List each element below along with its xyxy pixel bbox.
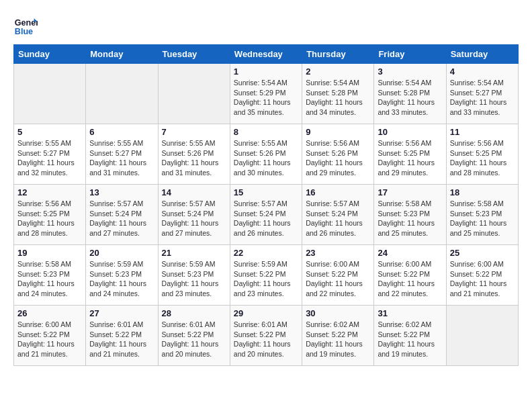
logo: General Blue bbox=[13, 13, 38, 38]
day-info: Sunrise: 6:00 AM Sunset: 5:22 PM Dayligh… bbox=[378, 259, 442, 299]
day-cell: 13Sunrise: 5:57 AM Sunset: 5:24 PM Dayli… bbox=[86, 185, 158, 245]
day-info: Sunrise: 5:55 AM Sunset: 5:27 PM Dayligh… bbox=[17, 138, 82, 178]
day-info: Sunrise: 6:02 AM Sunset: 5:22 PM Dayligh… bbox=[378, 320, 442, 359]
day-info: Sunrise: 6:01 AM Sunset: 5:22 PM Dayligh… bbox=[234, 320, 298, 359]
day-number: 25 bbox=[450, 248, 515, 258]
day-cell: 1Sunrise: 5:54 AM Sunset: 5:29 PM Daylig… bbox=[230, 64, 302, 124]
day-number: 9 bbox=[306, 127, 370, 137]
day-cell: 12Sunrise: 5:56 AM Sunset: 5:25 PM Dayli… bbox=[14, 185, 86, 245]
day-cell: 6Sunrise: 5:55 AM Sunset: 5:27 PM Daylig… bbox=[86, 124, 158, 185]
calendar-table: SundayMondayTuesdayWednesdayThursdayFrid… bbox=[13, 44, 519, 366]
day-number: 26 bbox=[17, 308, 82, 318]
day-info: Sunrise: 5:59 AM Sunset: 5:23 PM Dayligh… bbox=[89, 259, 154, 299]
day-cell: 2Sunrise: 5:54 AM Sunset: 5:28 PM Daylig… bbox=[302, 64, 374, 124]
day-number: 1 bbox=[234, 66, 298, 77]
day-info: Sunrise: 5:54 AM Sunset: 5:29 PM Dayligh… bbox=[234, 78, 298, 118]
day-info: Sunrise: 5:55 AM Sunset: 5:27 PM Dayligh… bbox=[89, 138, 154, 178]
day-number: 18 bbox=[450, 187, 515, 197]
day-info: Sunrise: 6:01 AM Sunset: 5:22 PM Dayligh… bbox=[162, 320, 226, 359]
day-cell: 26Sunrise: 6:00 AM Sunset: 5:22 PM Dayli… bbox=[14, 306, 86, 366]
day-cell: 16Sunrise: 5:57 AM Sunset: 5:24 PM Dayli… bbox=[302, 185, 374, 245]
day-cell: 20Sunrise: 5:59 AM Sunset: 5:23 PM Dayli… bbox=[86, 245, 158, 306]
day-info: Sunrise: 5:57 AM Sunset: 5:24 PM Dayligh… bbox=[89, 199, 154, 238]
day-number: 22 bbox=[234, 248, 298, 258]
day-number: 30 bbox=[306, 308, 370, 318]
day-number: 4 bbox=[450, 66, 515, 77]
week-row-5: 26Sunrise: 6:00 AM Sunset: 5:22 PM Dayli… bbox=[14, 306, 519, 366]
day-number: 11 bbox=[450, 127, 515, 137]
header-saturday: Saturday bbox=[446, 45, 518, 64]
day-cell: 15Sunrise: 5:57 AM Sunset: 5:24 PM Dayli… bbox=[230, 185, 302, 245]
day-cell: 18Sunrise: 5:58 AM Sunset: 5:23 PM Dayli… bbox=[446, 185, 518, 245]
day-cell: 22Sunrise: 5:59 AM Sunset: 5:22 PM Dayli… bbox=[230, 245, 302, 306]
day-number: 7 bbox=[162, 127, 226, 137]
day-number: 12 bbox=[17, 187, 82, 197]
day-info: Sunrise: 6:02 AM Sunset: 5:22 PM Dayligh… bbox=[306, 320, 370, 359]
day-cell: 10Sunrise: 5:56 AM Sunset: 5:25 PM Dayli… bbox=[374, 124, 446, 185]
day-cell: 8Sunrise: 5:55 AM Sunset: 5:26 PM Daylig… bbox=[230, 124, 302, 185]
day-cell: 11Sunrise: 5:56 AM Sunset: 5:25 PM Dayli… bbox=[446, 124, 518, 185]
day-number: 10 bbox=[378, 127, 442, 137]
day-number: 14 bbox=[162, 187, 226, 197]
day-number: 13 bbox=[89, 187, 154, 197]
header-monday: Monday bbox=[86, 45, 158, 64]
day-number: 6 bbox=[89, 127, 154, 137]
day-info: Sunrise: 5:56 AM Sunset: 5:25 PM Dayligh… bbox=[378, 138, 442, 178]
day-info: Sunrise: 5:59 AM Sunset: 5:23 PM Dayligh… bbox=[162, 259, 226, 299]
day-number: 31 bbox=[378, 308, 442, 318]
day-cell: 3Sunrise: 5:54 AM Sunset: 5:28 PM Daylig… bbox=[374, 64, 446, 124]
day-cell: 14Sunrise: 5:57 AM Sunset: 5:24 PM Dayli… bbox=[158, 185, 230, 245]
header-tuesday: Tuesday bbox=[158, 45, 230, 64]
header-sunday: Sunday bbox=[14, 45, 86, 64]
day-cell: 5Sunrise: 5:55 AM Sunset: 5:27 PM Daylig… bbox=[14, 124, 86, 185]
day-info: Sunrise: 5:58 AM Sunset: 5:23 PM Dayligh… bbox=[450, 199, 515, 238]
day-info: Sunrise: 5:54 AM Sunset: 5:27 PM Dayligh… bbox=[450, 78, 515, 118]
header-wednesday: Wednesday bbox=[230, 45, 302, 64]
day-info: Sunrise: 5:57 AM Sunset: 5:24 PM Dayligh… bbox=[306, 199, 370, 238]
day-info: Sunrise: 5:57 AM Sunset: 5:24 PM Dayligh… bbox=[162, 199, 226, 238]
day-info: Sunrise: 5:56 AM Sunset: 5:25 PM Dayligh… bbox=[17, 199, 82, 238]
header-thursday: Thursday bbox=[302, 45, 374, 64]
day-info: Sunrise: 6:01 AM Sunset: 5:22 PM Dayligh… bbox=[89, 320, 154, 359]
day-cell: 29Sunrise: 6:01 AM Sunset: 5:22 PM Dayli… bbox=[230, 306, 302, 366]
day-info: Sunrise: 5:56 AM Sunset: 5:26 PM Dayligh… bbox=[306, 138, 370, 178]
day-cell: 27Sunrise: 6:01 AM Sunset: 5:22 PM Dayli… bbox=[86, 306, 158, 366]
day-info: Sunrise: 6:00 AM Sunset: 5:22 PM Dayligh… bbox=[17, 320, 82, 359]
day-cell: 4Sunrise: 5:54 AM Sunset: 5:27 PM Daylig… bbox=[446, 64, 518, 124]
week-row-1: 1Sunrise: 5:54 AM Sunset: 5:29 PM Daylig… bbox=[14, 64, 519, 124]
day-cell: 31Sunrise: 6:02 AM Sunset: 5:22 PM Dayli… bbox=[374, 306, 446, 366]
day-cell: 9Sunrise: 5:56 AM Sunset: 5:26 PM Daylig… bbox=[302, 124, 374, 185]
day-number: 28 bbox=[162, 308, 226, 318]
day-number: 21 bbox=[162, 248, 226, 258]
day-cell: 17Sunrise: 5:58 AM Sunset: 5:23 PM Dayli… bbox=[374, 185, 446, 245]
day-cell: 30Sunrise: 6:02 AM Sunset: 5:22 PM Dayli… bbox=[302, 306, 374, 366]
day-cell: 25Sunrise: 6:00 AM Sunset: 5:22 PM Dayli… bbox=[446, 245, 518, 306]
week-row-4: 19Sunrise: 5:58 AM Sunset: 5:23 PM Dayli… bbox=[14, 245, 519, 306]
day-info: Sunrise: 5:55 AM Sunset: 5:26 PM Dayligh… bbox=[234, 138, 298, 178]
day-cell: 7Sunrise: 5:55 AM Sunset: 5:26 PM Daylig… bbox=[158, 124, 230, 185]
day-number: 8 bbox=[234, 127, 298, 137]
day-cell bbox=[86, 64, 158, 124]
day-info: Sunrise: 6:00 AM Sunset: 5:22 PM Dayligh… bbox=[306, 259, 370, 299]
week-row-2: 5Sunrise: 5:55 AM Sunset: 5:27 PM Daylig… bbox=[14, 124, 519, 185]
day-number: 16 bbox=[306, 187, 370, 197]
weekday-header-row: SundayMondayTuesdayWednesdayThursdayFrid… bbox=[14, 45, 519, 64]
day-cell bbox=[446, 306, 518, 366]
day-number: 15 bbox=[234, 187, 298, 197]
day-number: 19 bbox=[17, 248, 82, 258]
day-number: 29 bbox=[234, 308, 298, 318]
day-number: 20 bbox=[89, 248, 154, 258]
svg-text:Blue: Blue bbox=[15, 27, 33, 36]
day-cell bbox=[158, 64, 230, 124]
logo-icon: General Blue bbox=[13, 13, 38, 38]
day-cell: 23Sunrise: 6:00 AM Sunset: 5:22 PM Dayli… bbox=[302, 245, 374, 306]
day-cell: 19Sunrise: 5:58 AM Sunset: 5:23 PM Dayli… bbox=[14, 245, 86, 306]
day-info: Sunrise: 5:58 AM Sunset: 5:23 PM Dayligh… bbox=[378, 199, 442, 238]
day-info: Sunrise: 5:55 AM Sunset: 5:26 PM Dayligh… bbox=[162, 138, 226, 178]
day-number: 3 bbox=[378, 66, 442, 77]
day-info: Sunrise: 5:58 AM Sunset: 5:23 PM Dayligh… bbox=[17, 259, 82, 299]
day-number: 23 bbox=[306, 248, 370, 258]
page-header: General Blue bbox=[13, 13, 519, 38]
day-number: 5 bbox=[17, 127, 82, 137]
day-cell: 28Sunrise: 6:01 AM Sunset: 5:22 PM Dayli… bbox=[158, 306, 230, 366]
